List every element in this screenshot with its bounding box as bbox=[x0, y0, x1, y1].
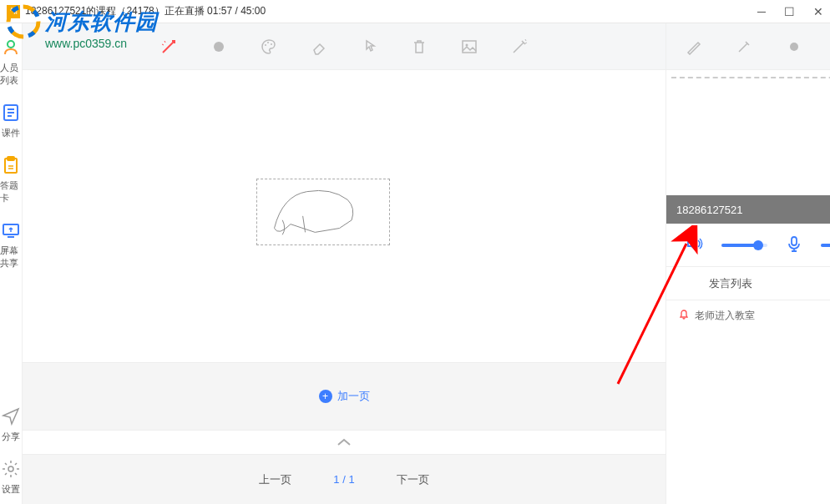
svg-point-15 bbox=[265, 44, 266, 46]
close-button[interactable]: ✕ bbox=[813, 5, 823, 18]
av-controls bbox=[666, 224, 830, 267]
chat-tabs: 发言列表 聊天 bbox=[666, 267, 830, 300]
sidebar-item-label: 设置 bbox=[2, 483, 20, 496]
tool-magic-wand[interactable] bbox=[156, 34, 181, 59]
screen-share-icon bbox=[0, 219, 22, 241]
sidebar-item-share[interactable]: 分享 bbox=[0, 399, 22, 451]
whiteboard-canvas[interactable] bbox=[23, 70, 666, 362]
svg-point-17 bbox=[271, 43, 272, 45]
tool-dot-2[interactable] bbox=[782, 34, 807, 59]
speaker-icon[interactable] bbox=[686, 234, 704, 256]
tab-speak-list[interactable]: 发言列表 bbox=[666, 267, 794, 300]
svg-rect-18 bbox=[463, 41, 476, 53]
window-title: 18286127521的课程（24178）正在直播 01:57 / 45:00 bbox=[25, 4, 266, 18]
tool-image[interactable] bbox=[457, 34, 482, 59]
minimize-button[interactable]: ─ bbox=[757, 5, 766, 18]
members-icon bbox=[0, 37, 22, 58]
collapse-toggle[interactable] bbox=[23, 430, 666, 455]
svg-point-20 bbox=[790, 43, 798, 51]
tool-magic[interactable] bbox=[731, 34, 757, 59]
maximize-button[interactable]: ☐ bbox=[784, 5, 795, 18]
sidebar-item-label: 答题卡 bbox=[0, 179, 22, 204]
svg-point-13 bbox=[8, 466, 13, 471]
answer-card-icon bbox=[0, 154, 22, 176]
mic-slider[interactable] bbox=[821, 244, 830, 247]
canvas-drawing bbox=[256, 179, 390, 245]
sidebar-item-courseware[interactable]: 课件 bbox=[0, 95, 22, 148]
tool-magic-pen[interactable] bbox=[507, 34, 532, 59]
app-icon: 知 bbox=[7, 5, 20, 18]
system-message-text: 老师进入教室 bbox=[695, 309, 755, 323]
tool-palette[interactable] bbox=[256, 34, 281, 59]
tool-pencil[interactable] bbox=[681, 34, 706, 59]
add-page-button[interactable]: + 加一页 bbox=[23, 363, 666, 430]
sidebar-item-members[interactable]: 人员列表 bbox=[0, 30, 22, 95]
titlebar: 知 18286127521的课程（24178）正在直播 01:57 / 45:0… bbox=[0, 0, 830, 23]
page-footer: + 加一页 上一页 1 / 1 下一页 bbox=[23, 362, 666, 504]
whiteboard-toolbar bbox=[23, 23, 666, 70]
svg-point-2 bbox=[8, 41, 14, 48]
tool-eraser[interactable] bbox=[306, 34, 331, 59]
right-panel: 18286127521 发言列表 聊天 老师进入教室 发送 bbox=[666, 23, 830, 504]
next-page-button[interactable]: 下一页 bbox=[397, 472, 429, 487]
sidebar-item-settings[interactable]: 设置 bbox=[0, 451, 22, 504]
sidebar-item-label: 屏幕共享 bbox=[0, 244, 22, 270]
bell-icon bbox=[678, 309, 690, 323]
chat-messages: 老师进入教室 bbox=[666, 300, 830, 471]
svg-rect-22 bbox=[792, 237, 797, 245]
tool-dot[interactable] bbox=[206, 34, 231, 59]
svg-point-16 bbox=[267, 42, 269, 43]
share-icon bbox=[0, 406, 22, 427]
user-bar: 18286127521 bbox=[666, 195, 830, 224]
student-toolbar bbox=[666, 23, 830, 70]
tool-pointer[interactable] bbox=[357, 34, 382, 59]
sidebar-item-label: 分享 bbox=[2, 431, 20, 443]
gear-icon bbox=[0, 458, 22, 480]
left-sidebar: 人员列表 课件 答题卡 屏幕共享 分享 bbox=[0, 23, 23, 504]
prev-page-button[interactable]: 上一页 bbox=[259, 472, 291, 487]
sidebar-item-label: 人员列表 bbox=[0, 62, 22, 87]
send-row: 发送 bbox=[666, 471, 830, 504]
page-number: 1 / 1 bbox=[333, 473, 354, 486]
add-page-label: 加一页 bbox=[337, 389, 370, 404]
microphone-icon[interactable] bbox=[785, 234, 803, 256]
plus-icon: + bbox=[319, 390, 332, 403]
username-label: 18286127521 bbox=[676, 204, 743, 216]
svg-point-14 bbox=[214, 42, 224, 52]
sidebar-item-answer-card[interactable]: 答题卡 bbox=[0, 148, 22, 213]
tool-trash[interactable] bbox=[407, 34, 432, 59]
chevron-up-icon bbox=[336, 437, 352, 447]
system-message: 老师进入教室 bbox=[678, 309, 830, 323]
tab-chat[interactable]: 聊天 bbox=[794, 267, 830, 300]
video-area bbox=[666, 78, 830, 195]
courseware-icon bbox=[0, 102, 22, 123]
sidebar-item-label: 课件 bbox=[2, 127, 20, 139]
sidebar-item-screen-share[interactable]: 屏幕共享 bbox=[0, 213, 22, 278]
volume-slider[interactable] bbox=[721, 244, 767, 247]
